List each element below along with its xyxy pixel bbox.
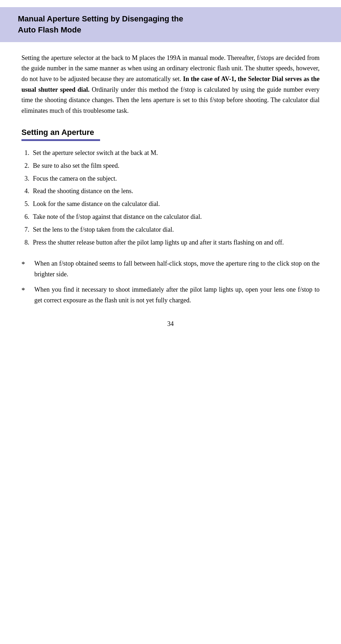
list-number: 4. bbox=[21, 186, 33, 196]
page-number: 34 bbox=[167, 320, 174, 327]
header-title: Manual Aperture Setting by Disengaging t… bbox=[18, 14, 323, 36]
content-area: Setting the aperture selector at the bac… bbox=[0, 53, 341, 328]
bullet-section: * When an f/stop obtained seems to fall … bbox=[21, 258, 320, 306]
list-number: 3. bbox=[21, 174, 33, 184]
page-number-area: 34 bbox=[21, 320, 320, 328]
list-text: Read the shooting distance on the lens. bbox=[33, 186, 320, 196]
bullet-item: * When an f/stop obtained seems to fall … bbox=[21, 258, 320, 280]
list-text: Be sure to also set the film speed. bbox=[33, 161, 320, 171]
intro-paragraph: Setting the aperture selector at the bac… bbox=[21, 53, 320, 116]
list-item: 3. Focus the camera on the subject. bbox=[21, 174, 320, 184]
list-text: Take note of the f/stop against that dis… bbox=[33, 212, 320, 222]
bullet-text: When you find it necessary to shoot imme… bbox=[34, 285, 320, 306]
list-number: 5. bbox=[21, 199, 33, 209]
list-number: 8. bbox=[21, 238, 33, 248]
bullet-text: When an f/stop obtained seems to fall be… bbox=[34, 258, 320, 280]
list-item: 8. Press the shutter release button afte… bbox=[21, 238, 320, 248]
list-item: 5. Look for the same distance on the cal… bbox=[21, 199, 320, 209]
page-container: Manual Aperture Setting by Disengaging t… bbox=[0, 0, 341, 644]
section-heading: Setting an Aperture bbox=[21, 128, 320, 137]
list-item: 1. Set the aperture selector switch at t… bbox=[21, 148, 320, 158]
list-text: Set the aperture selector switch at the … bbox=[33, 148, 320, 158]
list-number: 7. bbox=[21, 225, 33, 235]
list-text: Focus the camera on the subject. bbox=[33, 174, 320, 184]
bullet-star: * bbox=[21, 258, 34, 270]
list-text: Look for the same distance on the calcul… bbox=[33, 199, 320, 209]
list-text: Press the shutter release button after t… bbox=[33, 238, 320, 248]
list-item: 6. Take note of the f/stop against that … bbox=[21, 212, 320, 222]
list-item: 4. Read the shooting distance on the len… bbox=[21, 186, 320, 196]
header-title-line2: Auto Flash Mode bbox=[18, 25, 81, 34]
list-item: 2. Be sure to also set the film speed. bbox=[21, 161, 320, 171]
list-number: 2. bbox=[21, 161, 33, 171]
header-section: Manual Aperture Setting by Disengaging t… bbox=[0, 7, 341, 42]
header-title-line1: Manual Aperture Setting by Disengaging t… bbox=[18, 14, 183, 23]
heading-underline bbox=[21, 139, 100, 141]
list-item: 7. Set the lens to the f/stop taken from… bbox=[21, 225, 320, 235]
list-number: 6. bbox=[21, 212, 33, 222]
list-text: Set the lens to the f/stop taken from th… bbox=[33, 225, 320, 235]
numbered-list: 1. Set the aperture selector switch at t… bbox=[21, 148, 320, 248]
list-number: 1. bbox=[21, 148, 33, 158]
bullet-star: * bbox=[21, 285, 34, 296]
bullet-item: * When you find it necessary to shoot im… bbox=[21, 285, 320, 306]
